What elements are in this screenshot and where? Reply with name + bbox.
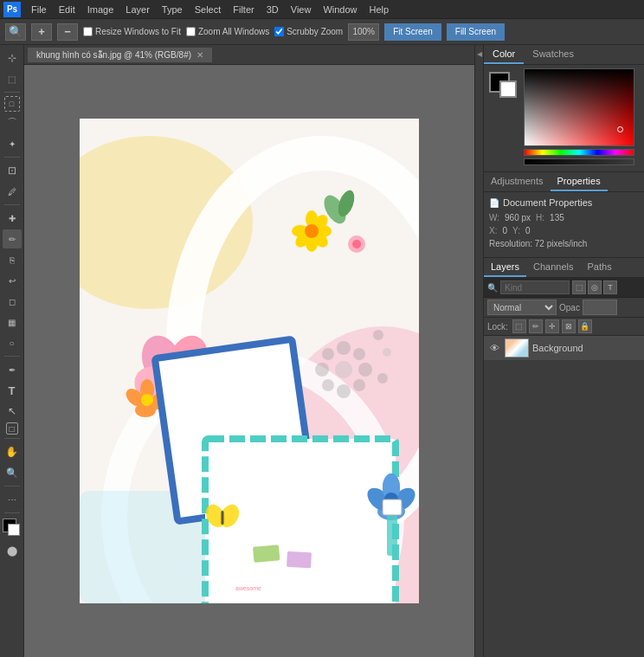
scrubby-zoom-checkbox[interactable] — [274, 27, 284, 36]
menu-filter[interactable]: Filter — [228, 3, 259, 16]
color-panel: Color Swatches — [484, 45, 644, 172]
lock-position-btn[interactable]: ✛ — [545, 319, 559, 333]
opacity-input[interactable] — [583, 300, 617, 315]
opacity-label: Opac — [559, 303, 580, 312]
marquee-tool[interactable]: □ — [4, 96, 20, 112]
doc-props-title: 📄 Document Properties — [489, 197, 639, 208]
lock-transparent-btn[interactable]: ⬚ — [512, 319, 526, 333]
ps-logo: Ps — [3, 2, 21, 17]
zoom-all-check[interactable]: Zoom All Windows — [186, 27, 269, 36]
menu-view[interactable]: View — [286, 3, 317, 16]
pasteboard[interactable]: ♥ ♥ — [24, 65, 474, 657]
tab-properties[interactable]: Properties — [551, 172, 608, 191]
menu-select[interactable]: Select — [190, 3, 227, 16]
hand-tool[interactable]: ✋ — [3, 442, 22, 461]
collapse-arrow-icon: ◀ — [477, 50, 482, 58]
healing-brush-tool[interactable]: ✚ — [3, 209, 22, 228]
lock-artboard-btn[interactable]: ⊠ — [562, 319, 576, 333]
menu-image[interactable]: Image — [82, 3, 119, 16]
blend-mode-select[interactable]: Normal — [487, 300, 557, 315]
filter-pixel-btn[interactable]: ⬚ — [572, 280, 586, 294]
layer-visibility-toggle[interactable]: 👁 — [487, 341, 501, 355]
panel-collapse-handle[interactable]: ◀ — [474, 45, 483, 657]
document-properties-area: 📄 Document Properties W: 960 px H: 135 X… — [484, 192, 644, 257]
color-panel-tabs: Color Swatches — [484, 45, 644, 65]
fg-bg-swatch-area[interactable] — [489, 72, 520, 103]
scrubby-zoom-check[interactable]: Scrubby Zoom — [274, 27, 343, 36]
path-select-tool[interactable]: ↖ — [3, 402, 22, 421]
fill-screen-button[interactable]: Fill Screen — [447, 23, 505, 41]
tab-adjustments[interactable]: Adjustments — [484, 172, 551, 191]
magic-wand-tool[interactable]: ✦ — [3, 134, 22, 153]
canvas-document: ♥ ♥ — [80, 119, 419, 603]
move-tool[interactable]: ⊹ — [3, 48, 22, 68]
zoom-out-btn[interactable]: − — [57, 23, 78, 41]
artboard-tool[interactable]: ⬚ — [3, 69, 22, 88]
color-spectrum-bar[interactable] — [524, 149, 634, 156]
tab-color[interactable]: Color — [484, 45, 524, 64]
tools-separator-1 — [4, 92, 20, 93]
filter-type-btn[interactable]: T — [603, 280, 617, 294]
brush-tool[interactable]: ✏ — [3, 229, 22, 248]
menu-bar: Ps File Edit Image Layer Type Select Fil… — [0, 0, 644, 19]
crop-tool[interactable]: ⊡ — [3, 161, 22, 180]
shape-tool[interactable]: □ — [6, 422, 18, 435]
doc-position-row: X: 0 Y: 0 — [489, 226, 639, 235]
background-swatch[interactable] — [499, 81, 517, 98]
color-swatch-fg[interactable] — [3, 519, 22, 538]
menu-type[interactable]: Type — [157, 3, 188, 16]
layers-search-row: 🔍 ⬚ ◎ T — [484, 278, 644, 298]
zoom-percent-input[interactable] — [348, 23, 379, 41]
properties-panel: Adjustments Properties 📄 Document Proper… — [484, 172, 644, 258]
menu-layer[interactable]: Layer — [120, 3, 155, 16]
color-picker-indicator — [617, 126, 623, 132]
tab-paths[interactable]: Paths — [581, 258, 619, 277]
canvas-area: khung hình có sẵn.jpg @ 41% (RGB/8#) ✕ — [24, 45, 474, 657]
right-panel: Color Swatches — [483, 45, 644, 657]
scrubby-zoom-label: Scrubby Zoom — [287, 27, 343, 36]
color-gradient-picker[interactable] — [524, 68, 634, 146]
dodge-tool[interactable]: ○ — [3, 333, 22, 352]
lasso-tool[interactable]: ⌒ — [3, 113, 22, 132]
width-value: 960 px — [505, 213, 531, 222]
document-tab-title: khung hình có sẵn.jpg @ 41% (RGB/8#) — [36, 50, 191, 60]
menu-window[interactable]: Window — [318, 3, 362, 16]
clone-stamp-tool[interactable]: ⎘ — [3, 250, 22, 269]
options-bar: 🔍 + − Resize Windows to Fit Zoom All Win… — [0, 19, 644, 45]
history-brush-tool[interactable]: ↩ — [3, 271, 22, 290]
svg-rect-61 — [383, 499, 402, 515]
menu-3d[interactable]: 3D — [261, 3, 284, 16]
menu-file[interactable]: File — [26, 3, 52, 16]
resize-windows-check[interactable]: Resize Windows to Fit — [83, 27, 181, 36]
zoom-all-checkbox[interactable] — [186, 27, 196, 36]
svg-point-57 — [377, 373, 388, 383]
menu-edit[interactable]: Edit — [54, 3, 80, 16]
pen-tool[interactable]: ✒ — [3, 360, 22, 379]
color-opacity-bar[interactable] — [524, 158, 634, 165]
quick-mask-toggle[interactable]: ⬤ — [3, 541, 22, 560]
fit-screen-button[interactable]: Fit Screen — [384, 23, 441, 41]
zoom-tool[interactable]: 🔍 — [3, 463, 22, 482]
canvas-svg: ♥ ♥ — [80, 119, 419, 603]
svg-rect-60 — [387, 512, 397, 556]
svg-rect-59 — [287, 551, 312, 568]
layers-kind-filter[interactable] — [500, 280, 570, 294]
type-tool[interactable]: T — [3, 381, 22, 400]
tab-channels[interactable]: Channels — [526, 258, 580, 277]
layer-item-background[interactable]: 👁 Background — [484, 336, 644, 361]
resize-windows-checkbox[interactable] — [83, 27, 93, 36]
eraser-tool[interactable]: ◻ — [3, 292, 22, 311]
lock-image-btn[interactable]: ✏ — [529, 319, 543, 333]
more-tools-btn[interactable]: ⋯ — [3, 490, 22, 509]
tab-layers[interactable]: Layers — [484, 258, 526, 277]
gradient-tool[interactable]: ▦ — [3, 312, 22, 332]
tab-close-btn[interactable]: ✕ — [196, 50, 203, 60]
zoom-in-btn[interactable]: + — [31, 23, 52, 41]
filter-adj-btn[interactable]: ◎ — [588, 280, 602, 294]
eyedropper-tool[interactable]: 🖉 — [3, 182, 22, 201]
tools-separator-2 — [4, 157, 20, 158]
tab-swatches[interactable]: Swatches — [524, 45, 583, 64]
document-tab[interactable]: khung hình có sẵn.jpg @ 41% (RGB/8#) ✕ — [28, 48, 213, 62]
menu-help[interactable]: Help — [364, 3, 395, 16]
lock-all-btn[interactable]: 🔒 — [578, 319, 592, 333]
